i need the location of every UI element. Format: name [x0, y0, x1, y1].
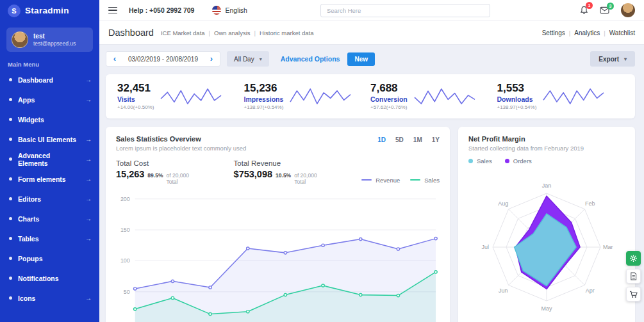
divider: | — [569, 29, 570, 36]
radar-chart: JanFebMarAprMayJunJulAug — [468, 166, 625, 322]
arrow-right-icon: → — [85, 156, 92, 163]
cart-button[interactable] — [626, 287, 641, 302]
arrow-right-icon: → — [85, 195, 92, 202]
message-badge: 3 — [607, 3, 614, 10]
breadcrumb: Dashboard ICE Market data | Own analysis… — [99, 21, 644, 45]
sidebar-item-icons[interactable]: Icons→ — [0, 288, 99, 308]
sidebar-item-form-elements[interactable]: Form elements→ — [0, 169, 99, 189]
legend-label-revenue: Revenue — [376, 177, 400, 184]
sidebar-item-apps[interactable]: Apps→ — [0, 90, 99, 109]
search-input[interactable] — [320, 4, 490, 17]
breadcrumb-link-historic-market-data[interactable]: Historic market data — [260, 29, 313, 36]
stat-value: 32,451 — [117, 83, 154, 95]
sidebar-item-advanced-elements[interactable]: Advanced Elements→ — [0, 149, 99, 169]
sidebar-item-notifications[interactable]: Notifications — [0, 268, 99, 288]
totals-row: Total Cost 15,263 89.5% of 20,000 Total … — [116, 159, 440, 185]
sidebar-item-editors[interactable]: Editors→ — [0, 189, 99, 209]
sidebar-item-dashboard[interactable]: Dashboard→ — [0, 70, 99, 90]
line-chart-legend: Revenue Sales — [361, 177, 440, 184]
svg-text:May: May — [541, 305, 552, 311]
bullet-icon — [9, 197, 12, 200]
help-phone-label: Help : +050 2992 709 — [129, 6, 194, 14]
sidebar-menu: Dashboard→ Apps→ Widgets Basic UI Elemen… — [0, 70, 99, 308]
tab-5d[interactable]: 5D — [395, 136, 404, 143]
tab-1m[interactable]: 1M — [413, 136, 422, 143]
stat-change: +138.97(+0.54%) — [244, 104, 284, 110]
messages-button[interactable]: 3 — [600, 6, 609, 14]
range-tabs: 1D 5D 1M 1Y — [377, 136, 440, 143]
divider: | — [209, 29, 210, 36]
customizer-gear-button[interactable] — [626, 251, 641, 266]
svg-text:200: 200 — [120, 195, 130, 202]
svg-text:Jul: Jul — [481, 244, 489, 250]
card-title: Net Profit Margin — [468, 135, 625, 143]
sidebar: S Staradmin test test@appseed.us Main Me… — [0, 0, 99, 322]
notification-badge: 1 — [586, 2, 593, 9]
sidebar-profile[interactable]: test test@appseed.us — [6, 28, 93, 52]
total-cost-block: Total Cost 15,263 89.5% of 20,000 Total — [116, 159, 202, 185]
radar-legend: Sales Orders — [468, 157, 625, 165]
brand-logo-letter: S — [12, 7, 16, 15]
brand[interactable]: S Staradmin — [0, 0, 99, 21]
export-label: Export — [599, 56, 619, 63]
language-selector[interactable]: English — [225, 6, 247, 14]
user-avatar[interactable] — [621, 3, 635, 17]
stat-value: 15,236 — [244, 83, 284, 95]
card-title: Sales Statistics Overview — [116, 135, 246, 143]
stat-downloads: 1,553 Downloads +138.97(+0.54%) — [497, 83, 624, 110]
breadcrumb-link-own-analysis[interactable]: Own analysis — [214, 29, 251, 36]
revenue-line-swatch — [361, 179, 372, 181]
sidebar-item-charts[interactable]: Charts→ — [0, 209, 99, 229]
orders-dot-swatch — [505, 159, 509, 163]
svg-text:Feb: Feb — [585, 200, 595, 207]
divider: | — [254, 29, 256, 36]
document-button[interactable] — [626, 269, 641, 284]
visits-sparkline-chart — [159, 85, 223, 107]
tab-1y[interactable]: 1Y — [432, 136, 440, 143]
breadcrumb-link-ice-market-data[interactable]: ICE Market data — [161, 29, 205, 36]
notifications-button[interactable]: 1 — [580, 6, 588, 15]
sidebar-item-popups[interactable]: Popups — [0, 248, 99, 268]
stat-value: 7,688 — [370, 83, 408, 95]
arrow-right-icon: → — [85, 235, 92, 242]
sidebar-item-label: Icons — [18, 294, 35, 302]
total-revenue-label: Total Revenue — [234, 159, 330, 167]
sidebar-item-label: Tables — [18, 235, 38, 243]
settings-link[interactable]: Settings — [542, 29, 565, 36]
sidebar-item-label: Widgets — [18, 116, 44, 124]
page-title: Dashboard — [108, 28, 154, 38]
sidebar-item-tables[interactable]: Tables→ — [0, 229, 99, 248]
menu-toggle-icon[interactable] — [108, 7, 117, 14]
sidebar-item-label: Form elements — [18, 175, 66, 183]
stat-impressions: 15,236 Impressions +138.97(+0.54%) — [244, 83, 371, 110]
stat-label: Impressions — [244, 95, 284, 103]
stat-change: +14.00(+0.50%) — [117, 104, 154, 110]
sidebar-item-widgets[interactable]: Widgets — [0, 109, 99, 129]
sales-dot-swatch — [468, 159, 473, 163]
sidebar-item-basic-ui-elements[interactable]: Basic UI Elements→ — [0, 129, 99, 149]
new-button[interactable]: New — [347, 52, 375, 66]
downloads-sparkline-chart — [541, 85, 606, 107]
sidebar-item-label: Notifications — [18, 275, 59, 282]
total-cost-pct: 89.5% — [147, 172, 163, 179]
stat-value: 1,553 — [497, 83, 537, 95]
chevron-left-icon[interactable]: ‹ — [106, 52, 123, 66]
sidebar-section-label: Main Menu — [8, 61, 99, 68]
chevron-right-icon[interactable]: › — [203, 52, 220, 66]
tab-1d[interactable]: 1D — [377, 136, 386, 143]
watchlist-link[interactable]: Watchlist — [609, 29, 635, 36]
export-button[interactable]: Export ▾ — [590, 51, 635, 67]
total-revenue-value: $753,098 — [234, 169, 272, 179]
sidebar-item-label: Apps — [18, 96, 35, 104]
sales-line-chart: 20015010050 — [116, 194, 440, 322]
us-flag-icon[interactable] — [212, 6, 221, 15]
analytics-link[interactable]: Analytics — [574, 29, 600, 36]
svg-text:Jun: Jun — [499, 287, 508, 293]
date-range-picker[interactable]: ‹ 03/02/2019 - 20/08/2019 › — [106, 51, 220, 67]
advanced-options-link[interactable]: Advanced Options — [281, 55, 340, 63]
all-day-dropdown[interactable]: All Day ▾ — [227, 51, 269, 67]
floating-buttons — [626, 251, 641, 302]
main-column: Help : +050 2992 709 English 1 3 Dashboa… — [99, 0, 644, 322]
chevron-down-icon: ▾ — [260, 56, 262, 62]
breadcrumb-right-links: Settings | Analytics | Watchlist — [542, 29, 635, 36]
